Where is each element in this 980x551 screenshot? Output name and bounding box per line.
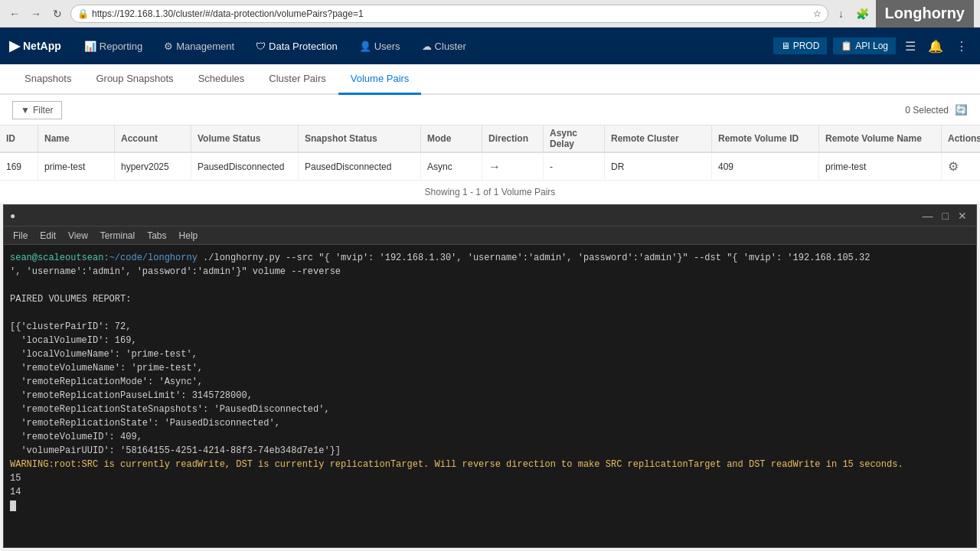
bell-icon[interactable]: 🔔	[925, 36, 946, 57]
data-protection-icon: 🛡	[256, 41, 266, 52]
terminal-cursor-line	[10, 499, 970, 513]
netapp-logo: ▶ NetApp	[9, 37, 61, 54]
cell-direction: →	[482, 153, 544, 180]
menu-terminal[interactable]: Terminal	[94, 227, 141, 245]
terminal-maximize[interactable]: □	[939, 210, 952, 222]
server-icon: 🖥	[781, 41, 790, 51]
browser-toolbar: ← → ↻ 🔒 https://192.168.1.30/cluster/#/d…	[0, 0, 980, 28]
col-remote-volume-name[interactable]: Remote Volume Name	[819, 126, 942, 152]
terminal-output-line3: 'localVolumeName': 'prime-test',	[10, 347, 970, 361]
terminal-window: ● — □ ✕ File Edit View Terminal Tabs Hel…	[3, 204, 977, 548]
col-snapshot-status[interactable]: Snapshot Status	[299, 126, 421, 152]
reload-button[interactable]: ↻	[49, 5, 66, 22]
filter-button[interactable]: ▼ Filter	[12, 101, 62, 119]
api-log-button[interactable]: 📋 API Log	[833, 37, 896, 54]
cell-actions[interactable]: ⚙	[942, 153, 980, 180]
table-toolbar: ▼ Filter 0 Selected 🔄	[0, 95, 980, 126]
col-volume-status[interactable]: Volume Status	[191, 126, 299, 152]
terminal-warning: WARNING:root:SRC is currently readWrite,…	[10, 458, 970, 471]
command-text: ./longhorny.py --src "{ 'mvip': '192.168…	[203, 253, 870, 263]
cell-remote-volume-id: 409	[712, 153, 819, 180]
app-header: ▶ NetApp 📊 Reporting ⚙ Management 🛡 Data…	[0, 28, 980, 64]
address-bar[interactable]: 🔒 https://192.168.1.30/cluster/#/data-pr…	[70, 5, 828, 23]
url-text: https://192.168.1.30/cluster/#/data-prot…	[92, 8, 810, 19]
list-icon[interactable]: ☰	[902, 36, 919, 57]
terminal-output-line9: 'remoteVolumeID': 409,	[10, 430, 970, 444]
prompt-path: ~/code/longhorny	[109, 253, 198, 263]
lock-icon: 🔒	[77, 8, 89, 19]
tab-group-snapshots[interactable]: Group Snapshots	[83, 64, 185, 95]
col-name[interactable]: Name	[38, 126, 115, 152]
menu-file[interactable]: File	[7, 227, 34, 245]
sub-nav: Snapshots Group Snapshots Schedules Clus…	[0, 64, 980, 95]
menu-view[interactable]: View	[62, 227, 94, 245]
refresh-icon[interactable]: 🔄	[955, 104, 968, 116]
nav-cluster[interactable]: ☁ Cluster	[411, 28, 477, 64]
nav-management[interactable]: ⚙ Management	[153, 28, 245, 64]
cluster-icon: ☁	[422, 41, 432, 52]
terminal-output-blank1	[10, 279, 970, 292]
nav-users[interactable]: 👤 Users	[348, 28, 411, 64]
prod-button[interactable]: 🖥 PROD	[773, 37, 828, 54]
terminal-output-line8: 'remoteReplicationState': 'PausedDisconn…	[10, 416, 970, 430]
terminal-command-wrap: ', 'username':'admin', 'password':'admin…	[10, 265, 970, 279]
terminal-minimize[interactable]: —	[920, 210, 936, 222]
users-icon: 👤	[359, 41, 371, 52]
terminal-output-line7: 'remoteReplicationStateSnapshots': 'Paus…	[10, 403, 970, 416]
prompt-user: sean@scaleoutsean	[10, 253, 103, 263]
terminal-menu-bar: File Edit View Terminal Tabs Help	[4, 227, 976, 245]
menu-help[interactable]: Help	[173, 227, 204, 245]
col-account[interactable]: Account	[115, 126, 191, 152]
tab-cluster-pairs[interactable]: Cluster Pairs	[256, 64, 338, 95]
tab-snapshots[interactable]: Snapshots	[12, 64, 83, 95]
terminal-prompt-line: sean@scaleoutsean:~/code/longhorny ./lon…	[10, 251, 970, 265]
filter-icon: ▼	[21, 105, 30, 116]
cell-async-delay: -	[544, 153, 605, 180]
data-table: ID Name Account Volume Status Snapshot S…	[0, 126, 980, 181]
forward-button[interactable]: →	[28, 5, 44, 22]
management-icon: ⚙	[164, 41, 173, 52]
col-actions[interactable]: Actions	[942, 126, 980, 152]
menu-tabs[interactable]: Tabs	[141, 227, 172, 245]
nav-data-protection[interactable]: 🛡 Data Protection	[245, 28, 348, 64]
star-icon: ☆	[813, 8, 822, 19]
menu-icon[interactable]: ⋮	[952, 36, 971, 57]
col-id[interactable]: ID	[0, 126, 38, 152]
nav-reporting[interactable]: 📊 Reporting	[74, 28, 153, 64]
terminal-output-line6: 'remoteReplicationPauseLimit': 314572800…	[10, 389, 970, 403]
cell-remote-cluster: DR	[605, 153, 712, 180]
terminal-count-15: 15	[10, 471, 970, 485]
terminal-count-14: 14	[10, 485, 970, 499]
col-async-delay[interactable]: Async Delay	[544, 126, 605, 152]
terminal-output-line5: 'remoteReplicationMode': 'Async',	[10, 375, 970, 389]
arrow-icon: →	[488, 160, 501, 174]
terminal-titlebar: ● — □ ✕	[4, 205, 976, 227]
tab-schedules[interactable]: Schedules	[186, 64, 257, 95]
col-remote-cluster[interactable]: Remote Cluster	[605, 126, 712, 152]
col-direction[interactable]: Direction	[482, 126, 544, 152]
showing-text: Showing 1 - 1 of 1 Volume Pairs	[0, 181, 980, 204]
menu-edit[interactable]: Edit	[34, 227, 62, 245]
back-button[interactable]: ←	[6, 5, 23, 22]
terminal-output-line1: [{'clusterPairID': 72,	[10, 320, 970, 334]
longhorny-badge: Longhorny	[876, 0, 974, 28]
col-remote-volume-id[interactable]: Remote Volume ID	[712, 126, 819, 152]
cell-account: hyperv2025	[115, 153, 191, 180]
terminal-body[interactable]: sean@scaleoutsean:~/code/longhorny ./lon…	[4, 245, 976, 547]
col-mode[interactable]: Mode	[421, 126, 482, 152]
terminal-output-line10: 'volumePairUUID': '58164155-4251-4214-88…	[10, 444, 970, 458]
terminal-output-report: PAIRED VOLUMES REPORT:	[10, 292, 970, 306]
api-icon: 📋	[841, 41, 852, 51]
terminal-close[interactable]: ✕	[955, 210, 970, 222]
ext-icon[interactable]: 🧩	[854, 5, 871, 22]
tab-volume-pairs[interactable]: Volume Pairs	[338, 64, 422, 95]
cell-snapshot-status: PausedDisconnected	[299, 153, 421, 180]
table-row: 169 prime-test hyperv2025 PausedDisconne…	[0, 153, 980, 181]
row-actions-button[interactable]: ⚙	[948, 159, 959, 174]
cell-mode: Async	[421, 153, 482, 180]
cell-volume-status: PausedDisconnected	[191, 153, 299, 180]
table-header: ID Name Account Volume Status Snapshot S…	[0, 126, 980, 153]
download-icon[interactable]: ↓	[833, 5, 850, 22]
cell-id: 169	[0, 153, 38, 180]
cell-remote-volume-name: prime-test	[819, 153, 942, 180]
